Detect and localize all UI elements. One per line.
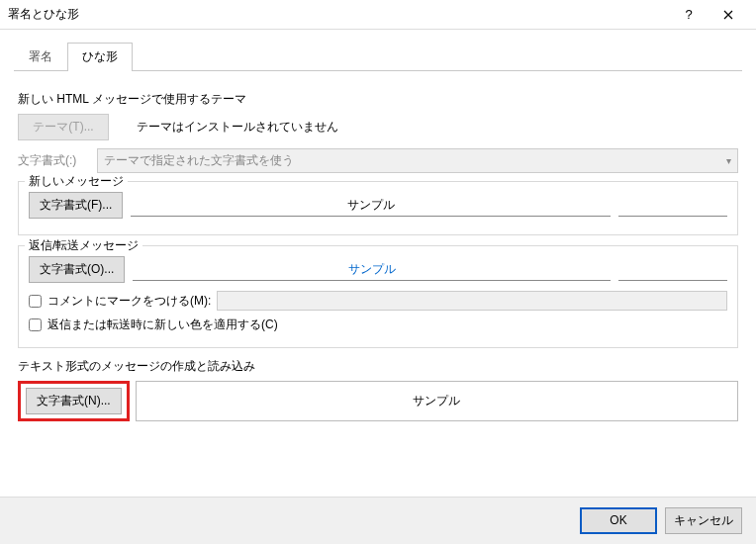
new-color-checkbox[interactable]	[29, 318, 42, 331]
new-message-font-button[interactable]: 文字書式(F)...	[29, 192, 123, 219]
new-message-group: 新しいメッセージ 文字書式(F)... サンプル	[18, 181, 738, 235]
reply-sample: サンプル	[133, 259, 611, 281]
tab-strip: 署名 ひな形	[14, 42, 742, 71]
help-button[interactable]: ?	[669, 0, 709, 30]
dialog-footer: OK キャンセル	[0, 497, 756, 544]
highlight-box: 文字書式(N)...	[18, 381, 130, 421]
ok-button[interactable]: OK	[580, 507, 657, 534]
mark-comments-checkbox[interactable]	[29, 295, 42, 308]
theme-button: テーマ(T)...	[18, 114, 109, 140]
plaintext-font-button[interactable]: 文字書式(N)...	[26, 388, 122, 414]
mark-comments-input	[217, 291, 727, 311]
tab-stationery[interactable]: ひな形	[67, 43, 133, 71]
close-icon	[723, 10, 733, 20]
reply-group: 返信/転送メッセージ 文字書式(O)... サンプル コメントにマークをつける(…	[18, 245, 738, 348]
reply-font-button[interactable]: 文字書式(O)...	[29, 256, 125, 283]
font-format-value: テーマで指定された文字書式を使う	[104, 152, 294, 169]
new-message-legend: 新しいメッセージ	[25, 173, 128, 190]
new-message-sample: サンプル	[131, 195, 611, 217]
font-format-label: 文字書式(:)	[18, 152, 89, 169]
tab-signature[interactable]: 署名	[14, 43, 67, 71]
reply-sample-small	[618, 259, 727, 281]
new-message-sample-small	[618, 195, 727, 217]
new-color-label: 返信または転送時に新しい色を適用する(C)	[47, 317, 278, 333]
window-title: 署名とひな形	[8, 6, 669, 23]
plaintext-heading: テキスト形式のメッセージの作成と読み込み	[18, 358, 738, 375]
chevron-down-icon: ▾	[726, 155, 731, 166]
theme-heading: 新しい HTML メッセージで使用するテーマ	[18, 91, 738, 108]
reply-legend: 返信/転送メッセージ	[25, 237, 142, 254]
plaintext-sample: サンプル	[136, 381, 738, 421]
font-format-select: テーマで指定された文字書式を使う ▾	[97, 148, 738, 173]
close-button[interactable]	[709, 0, 748, 30]
cancel-button[interactable]: キャンセル	[665, 507, 742, 534]
theme-note: テーマはインストールされていません	[137, 119, 338, 136]
mark-comments-label: コメントにマークをつける(M):	[47, 293, 211, 310]
